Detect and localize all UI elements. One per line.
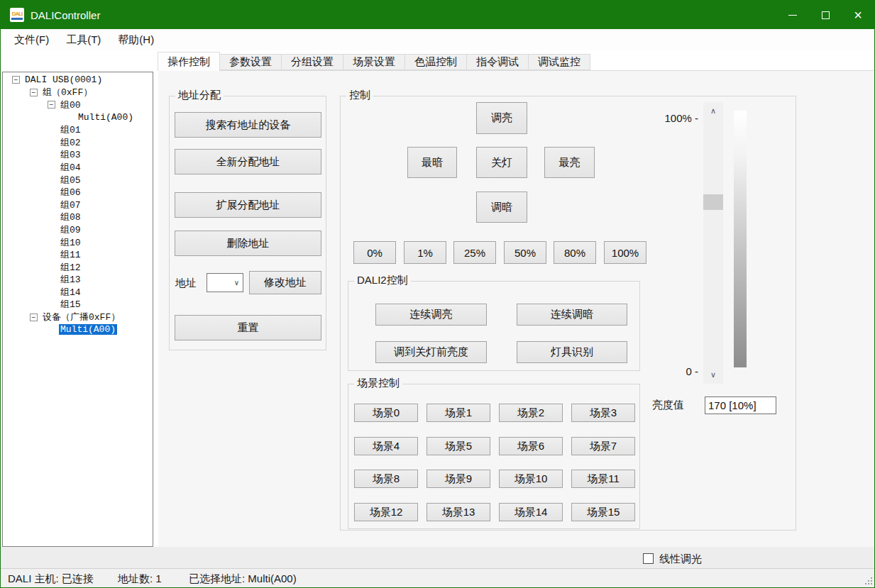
brighten-button[interactable]: 调亮 [476, 102, 527, 134]
scene-11-button[interactable]: 场景11 [571, 470, 635, 488]
collapse-icon[interactable]: − [48, 101, 55, 109]
linear-dimming-label: 线性调光 [659, 553, 702, 566]
tree-item-group-01[interactable]: 组01 [3, 123, 153, 136]
reset-button[interactable]: 重置 [175, 315, 321, 340]
tree-item-group-05[interactable]: 组05 [3, 174, 153, 187]
scroll-up-icon[interactable]: ∧ [703, 106, 723, 116]
tree-item-group-08[interactable]: 组08 [3, 211, 153, 224]
tree-item-group-00[interactable]: − 组00 [3, 99, 153, 111]
scene-3-button[interactable]: 场景3 [571, 404, 635, 422]
scene-8-button[interactable]: 场景8 [354, 470, 418, 488]
resize-grip[interactable] [865, 583, 866, 584]
tree-item-group-15[interactable]: 组15 [3, 299, 153, 311]
scene-15-button[interactable]: 场景15 [571, 503, 635, 521]
scrollbar-thumb[interactable] [703, 194, 723, 210]
linear-dimming-checkbox[interactable] [643, 553, 654, 564]
dali2-control-title: DALI2控制 [354, 274, 411, 287]
extend-assign-addresses-button[interactable]: 扩展分配地址 [175, 192, 321, 218]
maximize-icon [822, 11, 830, 19]
scene-6-button[interactable]: 场景6 [499, 437, 563, 455]
menu-tools[interactable]: 工具(T) [57, 33, 109, 47]
percent-25-button[interactable]: 25% [453, 241, 496, 264]
tree-item-group-13[interactable]: 组13 [3, 274, 153, 287]
tab-command-debug[interactable]: 指令调试 [466, 54, 529, 70]
scene-7-button[interactable]: 场景7 [571, 437, 635, 455]
tree-item-group-06[interactable]: 组06 [3, 186, 153, 199]
tree-item-group-04[interactable]: 组04 [3, 161, 153, 174]
scene-control-title: 场景控制 [354, 377, 402, 390]
tree-item-group-14[interactable]: 组14 [3, 286, 153, 299]
tree-item-group-07[interactable]: 组07 [3, 199, 153, 211]
brightness-scrollbar[interactable]: ∧ ∨ [703, 102, 723, 384]
collapse-icon[interactable]: − [30, 89, 38, 96]
collapse-icon[interactable]: − [12, 76, 20, 84]
percent-50-button[interactable]: 50% [504, 241, 546, 264]
percent-1-button[interactable]: 1% [404, 241, 446, 264]
delete-address-button[interactable]: 删除地址 [175, 231, 321, 256]
modify-address-button[interactable]: 修改地址 [249, 271, 321, 294]
tree-item-device-broadcast[interactable]: − 设备（广播0xFF） [3, 311, 153, 323]
address-allocation-title: 地址分配 [175, 89, 224, 102]
status-address-count: 地址数: 1 [118, 572, 162, 586]
lamp-identify-button[interactable]: 灯具识别 [517, 341, 627, 363]
brightness-gradient-bar [734, 111, 747, 367]
dim-button[interactable]: 调暗 [476, 192, 527, 223]
scene-2-button[interactable]: 场景2 [499, 404, 563, 422]
tree-item-group-root[interactable]: − 组（0xFF） [3, 87, 153, 99]
tree-item-group-12[interactable]: 组12 [3, 261, 153, 274]
tree-item-multi-a00-selected[interactable]: Multi(A00) [3, 323, 153, 336]
address-label: 地址 [175, 277, 197, 290]
scene-5-button[interactable]: 场景5 [427, 437, 490, 455]
chevron-down-icon: ∨ [234, 279, 239, 287]
tab-bar: 操作控制 参数设置 分组设置 场景设置 色温控制 指令调试 调试监控 [158, 52, 590, 70]
scene-4-button[interactable]: 场景4 [354, 437, 418, 455]
tab-operation-control[interactable]: 操作控制 [158, 52, 220, 71]
brightest-button[interactable]: 最亮 [544, 147, 595, 178]
close-button[interactable]: × [842, 1, 874, 29]
minimize-button[interactable] [776, 1, 809, 29]
slider-top-label: 100% - [650, 112, 698, 124]
tree-item-group-11[interactable]: 组11 [3, 248, 153, 261]
lamp-off-button[interactable]: 关灯 [476, 147, 527, 178]
brightness-value-field[interactable]: 170 [10%] [705, 396, 776, 414]
slider-bottom-label: 0 - [650, 365, 698, 377]
assign-new-addresses-button[interactable]: 全新分配地址 [175, 149, 321, 174]
tree-item-group-09[interactable]: 组09 [3, 223, 153, 236]
brightness-value-label: 亮度值 [652, 399, 684, 412]
scroll-down-icon[interactable]: ∨ [703, 370, 723, 379]
tab-color-temp-control[interactable]: 色温控制 [405, 54, 467, 70]
continuous-dim-button[interactable]: 连续调暗 [517, 304, 627, 326]
tab-scene-settings[interactable]: 场景设置 [343, 54, 405, 70]
tree-item-dali-usb[interactable]: − DALI USB(0001) [3, 74, 153, 87]
continuous-brighten-button[interactable]: 连续调亮 [375, 304, 487, 326]
scene-0-button[interactable]: 场景0 [354, 404, 418, 422]
menu-bar: 文件(F) 工具(T) 帮助(H) [1, 29, 874, 50]
close-icon: × [854, 8, 862, 22]
menu-help[interactable]: 帮助(H) [109, 33, 163, 47]
tab-group-settings[interactable]: 分组设置 [281, 54, 343, 70]
tree-item-multi-a00-group[interactable]: Multi(A00) [3, 111, 153, 124]
scene-12-button[interactable]: 场景12 [354, 503, 418, 521]
collapse-icon[interactable]: − [30, 314, 38, 321]
percent-0-button[interactable]: 0% [353, 241, 396, 264]
tab-parameter-settings[interactable]: 参数设置 [219, 54, 282, 70]
maximize-button[interactable] [809, 1, 842, 29]
status-selected-address: 已选择地址: Multi(A00) [189, 572, 297, 586]
scene-14-button[interactable]: 场景14 [499, 503, 563, 521]
menu-file[interactable]: 文件(F) [6, 33, 57, 47]
scene-9-button[interactable]: 场景9 [427, 470, 490, 488]
percent-80-button[interactable]: 80% [554, 241, 596, 264]
percent-100-button[interactable]: 100% [604, 241, 646, 264]
tab-debug-monitor[interactable]: 调试监控 [528, 54, 590, 70]
minimize-icon [788, 15, 797, 16]
tree-item-group-10[interactable]: 组10 [3, 236, 153, 249]
recall-last-level-button[interactable]: 调到关灯前亮度 [375, 341, 487, 363]
tree-item-group-03[interactable]: 组03 [3, 149, 153, 162]
address-combobox[interactable]: ∨ [207, 273, 243, 292]
tree-item-group-02[interactable]: 组02 [3, 136, 153, 149]
search-addressed-devices-button[interactable]: 搜索有地址的设备 [175, 112, 321, 138]
scene-10-button[interactable]: 场景10 [499, 470, 563, 488]
scene-1-button[interactable]: 场景1 [427, 404, 490, 422]
scene-13-button[interactable]: 场景13 [427, 503, 490, 521]
dimmest-button[interactable]: 最暗 [407, 147, 457, 178]
